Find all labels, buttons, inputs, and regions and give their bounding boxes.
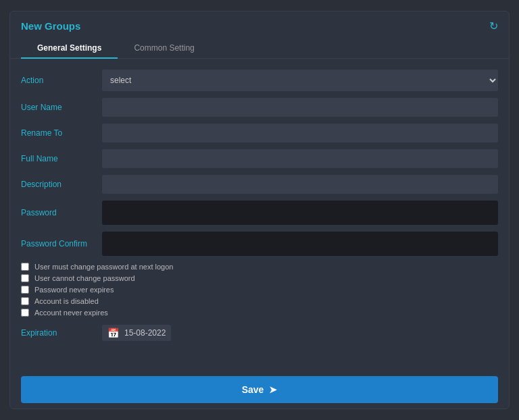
username-row: User Name	[21, 98, 498, 117]
checkbox-account-never-expires[interactable]	[21, 309, 29, 317]
password-input[interactable]	[102, 201, 498, 225]
tab-common-setting[interactable]: Common Setting	[118, 38, 210, 58]
tab-bar: General Settings Common Setting	[10, 38, 509, 59]
expiration-label: Expiration	[21, 328, 102, 338]
checkbox-row-2: Password never expires	[21, 286, 498, 294]
fullname-label: Full Name	[21, 154, 102, 163]
expiration-input-wrapper: 📅 15-08-2022	[102, 325, 171, 341]
save-label: Save	[242, 384, 264, 395]
username-input[interactable]	[102, 98, 498, 117]
description-label: Description	[21, 180, 102, 189]
checkbox-row-3: Account is disabled	[21, 297, 498, 305]
checkbox-row-4: Account never expires	[21, 309, 498, 317]
send-icon: ➤	[269, 384, 277, 395]
expiration-date: 15-08-2022	[124, 328, 166, 338]
description-input[interactable]	[102, 175, 498, 194]
fullname-input[interactable]	[102, 149, 498, 168]
expiration-row: Expiration 📅 15-08-2022	[21, 325, 498, 341]
checkbox-label-2: Password never expires	[34, 286, 114, 294]
password-row: Password	[21, 201, 498, 225]
checkbox-label-1: User cannot change password	[34, 274, 135, 282]
password-label: Password	[21, 208, 102, 217]
password-confirm-label: Password Confirm	[21, 239, 102, 248]
footer: Save ➤	[10, 371, 509, 409]
refresh-icon[interactable]: ↻	[489, 20, 498, 32]
fullname-row: Full Name	[21, 149, 498, 168]
checkbox-account-disabled[interactable]	[21, 297, 29, 305]
tab-general-settings[interactable]: General Settings	[21, 38, 118, 58]
description-row: Description	[21, 175, 498, 194]
checkbox-row-0: User must change password at next logon	[21, 263, 498, 271]
rename-row: Rename To	[21, 124, 498, 142]
password-confirm-input[interactable]	[102, 232, 498, 256]
form-content: Action select Add Modify Delete User Nam…	[10, 64, 509, 371]
rename-label: Rename To	[21, 128, 102, 138]
action-label: Action	[21, 76, 102, 85]
checkbox-label-3: Account is disabled	[34, 297, 99, 305]
action-select[interactable]: select Add Modify Delete	[102, 70, 498, 91]
main-window: New Groups ↻ General Settings Common Set…	[9, 11, 510, 409]
checkbox-label-4: Account never expires	[34, 309, 108, 317]
checkbox-row-1: User cannot change password	[21, 274, 498, 282]
rename-input[interactable]	[102, 124, 498, 142]
checkbox-label-0: User must change password at next logon	[34, 263, 173, 271]
calendar-icon[interactable]: 📅	[107, 327, 119, 338]
action-row: Action select Add Modify Delete	[21, 70, 498, 91]
checkbox-cannot-change-password[interactable]	[21, 274, 29, 282]
checkboxes-section: User must change password at next logon …	[21, 263, 498, 317]
checkbox-password-never-expires[interactable]	[21, 286, 29, 294]
checkbox-must-change-password[interactable]	[21, 263, 29, 271]
password-confirm-row: Password Confirm	[21, 232, 498, 256]
window-header: New Groups ↻	[10, 11, 509, 38]
save-button[interactable]: Save ➤	[21, 376, 498, 403]
window-title: New Groups	[21, 20, 80, 32]
username-label: User Name	[21, 103, 102, 112]
